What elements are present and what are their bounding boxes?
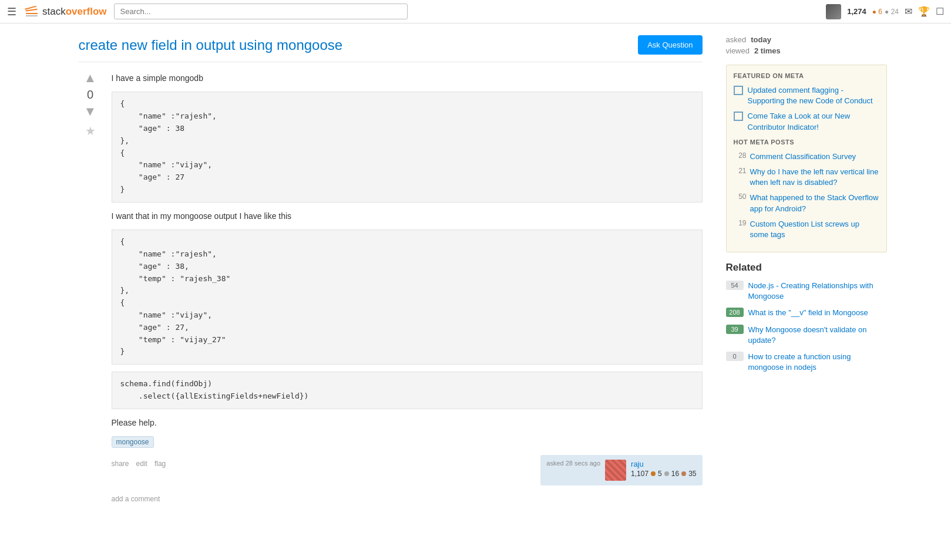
avatar[interactable] <box>826 4 841 19</box>
silver-dot <box>664 471 669 476</box>
flag-link[interactable]: flag <box>154 460 166 468</box>
favorite-button[interactable]: ★ <box>85 124 96 138</box>
asked-ago: asked 28 secs ago <box>546 460 600 467</box>
related-item: 208What is the "__v" field in Mongoose <box>726 308 887 318</box>
asked-label: asked <box>726 35 747 44</box>
menu-icon[interactable]: ☰ <box>7 5 16 18</box>
user-rep: 1,107 <box>631 470 648 478</box>
question-closing: Please help. <box>112 416 703 429</box>
ask-question-button[interactable]: Ask Question <box>638 35 702 55</box>
hot-post-item: 28Comment Classification Survey <box>734 151 879 162</box>
question-stats: asked today viewed 2 times <box>726 35 887 55</box>
bronze-dot <box>681 471 686 476</box>
inbox-icon[interactable]: ✉ <box>905 6 912 17</box>
featured-box: FEATURED ON META Updated comment flaggin… <box>726 65 887 252</box>
hot-post-item: 21Why do I have the left nav vertical li… <box>734 167 879 188</box>
featured-title: FEATURED ON META <box>734 72 879 79</box>
hot-link[interactable]: Why do I have the left nav vertical line… <box>750 167 879 188</box>
related-link[interactable]: Node.js - Creating Relationships with Mo… <box>748 281 887 302</box>
featured-link[interactable]: Come Take a Look at our New Contributor … <box>748 111 879 132</box>
notification-icons: ✉ 🏆 ☐ <box>905 6 944 17</box>
tag-mongoose[interactable]: mongoose <box>112 436 154 448</box>
hot-link[interactable]: What happened to the Stack Overflow app … <box>750 193 879 214</box>
hot-link[interactable]: Custom Question List screws up some tags <box>750 219 879 240</box>
user-badges: 1,107 5 16 35 <box>631 470 696 478</box>
share-link[interactable]: share <box>112 460 129 468</box>
related-box: Related 54Node.js - Creating Relationshi… <box>726 262 887 373</box>
hot-count: 50 <box>734 193 747 201</box>
hot-post-items: 28Comment Classification Survey21Why do … <box>734 151 879 240</box>
related-item: 0How to create a function using mongoose… <box>726 352 887 373</box>
related-count: 208 <box>726 308 744 317</box>
question-title-row: create new field in output using mongoos… <box>79 35 703 62</box>
sidebar: asked today viewed 2 times FEATURED ON M… <box>717 23 887 515</box>
asked-value: today <box>751 35 771 44</box>
related-count: 0 <box>726 352 744 361</box>
related-items: 54Node.js - Creating Relationships with … <box>726 281 887 373</box>
vote-column: ▲ 0 ▼ ★ <box>79 72 102 503</box>
hot-posts-title: HOT META POSTS <box>734 139 879 146</box>
add-comment-link[interactable]: add a comment <box>112 495 703 503</box>
related-count: 39 <box>726 325 744 334</box>
related-link[interactable]: Why Mongoose doesn't validate on update? <box>748 325 887 346</box>
hot-count: 19 <box>734 219 747 227</box>
badge-counts: ● 6 ● 24 <box>872 8 899 16</box>
silver-badge: ● 24 <box>885 8 899 16</box>
reputation: 1,274 <box>847 7 866 16</box>
achievements-icon[interactable]: 🏆 <box>918 6 930 17</box>
meta-icon <box>734 112 743 121</box>
user-card: asked 28 secs ago raju 1,107 5 16 <box>540 455 702 485</box>
review-icon[interactable]: ☐ <box>936 6 944 17</box>
question-actions: share edit flag <box>112 460 166 468</box>
site-logo[interactable]: stackoverflow <box>23 4 107 20</box>
related-count: 54 <box>726 281 744 290</box>
silver-count: 16 <box>671 470 679 478</box>
viewed-label: viewed <box>726 46 750 55</box>
user-avatar <box>605 460 626 481</box>
bronze-count: 35 <box>688 470 696 478</box>
featured-item: Come Take a Look at our New Contributor … <box>734 111 879 132</box>
related-link[interactable]: How to create a function using mongoose … <box>748 352 887 373</box>
code-block-3: schema.find(findObj) .select({allExistin… <box>112 372 703 409</box>
question-title: create new field in output using mongoos… <box>79 37 627 53</box>
gold-dot <box>651 471 656 476</box>
question-body-row: ▲ 0 ▼ ★ I have a simple mongodb { "name"… <box>79 72 703 503</box>
question-content: I have a simple mongodb { "name" :"rajes… <box>112 72 703 503</box>
hot-post-item: 50What happened to the Stack Overflow ap… <box>734 193 879 214</box>
topbar: ☰ stackoverflow 1,274 ● 6 ● 24 ✉ 🏆 ☐ <box>0 0 951 23</box>
meta-icon <box>734 86 743 95</box>
related-item: 39Why Mongoose doesn't validate on updat… <box>726 325 887 346</box>
hot-link[interactable]: Comment Classification Survey <box>750 151 856 162</box>
tags-row: mongoose <box>112 436 703 448</box>
vote-count: 0 <box>87 88 93 102</box>
edit-link[interactable]: edit <box>136 460 147 468</box>
logo-text: stackoverflow <box>42 6 107 18</box>
hot-post-item: 19Custom Question List screws up some ta… <box>734 219 879 240</box>
search-input[interactable] <box>114 4 408 19</box>
featured-items: Updated comment flagging - Supporting th… <box>734 85 879 133</box>
question-middle: I want that in my mongoose output I have… <box>112 210 703 222</box>
hot-count: 21 <box>734 167 747 175</box>
downvote-button[interactable]: ▼ <box>84 105 97 118</box>
question-intro: I have a simple mongodb <box>112 72 703 85</box>
gold-badge: ● 6 <box>872 8 882 16</box>
gold-count: 5 <box>658 470 662 478</box>
upvote-button[interactable]: ▲ <box>84 72 97 85</box>
code-block-2: { "name" :"rajesh", "age" : 38, "temp" :… <box>112 230 703 365</box>
related-link[interactable]: What is the "__v" field in Mongoose <box>748 308 868 318</box>
related-title: Related <box>726 262 887 274</box>
related-item: 54Node.js - Creating Relationships with … <box>726 281 887 302</box>
featured-link[interactable]: Updated comment flagging - Supporting th… <box>748 85 879 106</box>
topbar-right: 1,274 ● 6 ● 24 ✉ 🏆 ☐ <box>826 4 944 19</box>
code-block-1: { "name" :"rajesh", "age" : 38 }, { "nam… <box>112 92 703 202</box>
username[interactable]: raju <box>631 460 696 468</box>
featured-item: Updated comment flagging - Supporting th… <box>734 85 879 106</box>
hot-count: 28 <box>734 151 747 160</box>
content-area: create new field in output using mongoos… <box>65 23 717 515</box>
viewed-value: 2 times <box>754 46 781 55</box>
